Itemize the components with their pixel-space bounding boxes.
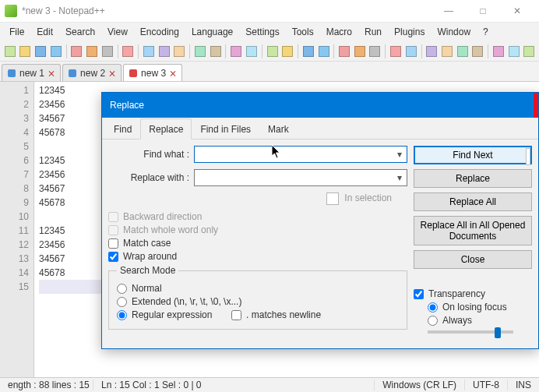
saved-icon [68, 69, 77, 78]
find-icon[interactable] [209, 44, 223, 58]
replace-icon[interactable] [229, 44, 243, 58]
replace-all-button[interactable]: Replace All [414, 192, 532, 211]
undo-icon[interactable] [173, 44, 187, 58]
find-next-button[interactable]: Find Next [414, 146, 532, 164]
transparency-always[interactable]: Always [428, 315, 532, 326]
window-title: *new 3 - Notepad++ [22, 5, 432, 16]
menu-window[interactable]: Window [431, 24, 477, 40]
zoom-out-icon[interactable] [266, 44, 280, 58]
search-mode-legend: Search Mode [117, 265, 178, 276]
toolbar-separator [189, 44, 190, 58]
monitor-icon[interactable] [456, 44, 470, 58]
dialog-tab-find[interactable]: Find [105, 118, 140, 139]
close-dialog-button[interactable]: Close [414, 250, 532, 269]
record-icon[interactable] [471, 44, 485, 58]
zoom-in-icon[interactable] [245, 44, 259, 58]
menu-settings[interactable]: Settings [239, 24, 285, 40]
doc-list-icon[interactable] [404, 44, 418, 58]
save-icon[interactable] [33, 44, 48, 58]
search-mode-regex[interactable]: Regular expression . matches newline [117, 309, 399, 320]
replace-with-label: Replace with : [108, 172, 194, 183]
dialog-tab-find-in-files[interactable]: Find in Files [192, 118, 259, 139]
menu-search[interactable]: Search [59, 24, 101, 40]
doc-tab-new-3[interactable]: new 3⨯ [123, 64, 182, 81]
find-what-label: Find what : [108, 149, 194, 160]
menu-language[interactable]: Language [185, 24, 239, 40]
menu-run[interactable]: Run [358, 24, 388, 40]
close-button[interactable]: ✕ [500, 0, 534, 23]
menu-[interactable]: ? [477, 24, 495, 40]
dot-matches-newline-checkbox[interactable] [231, 310, 241, 320]
line-number: 8 [0, 182, 29, 196]
close-tab-icon[interactable]: ⨯ [108, 68, 116, 79]
sync-v-icon[interactable] [280, 44, 294, 58]
open-file-icon[interactable] [19, 44, 33, 58]
folder-workspace-icon[interactable] [440, 44, 454, 58]
save-all-icon[interactable] [49, 44, 63, 58]
menu-encoding[interactable]: Encoding [134, 24, 185, 40]
replace-with-input[interactable] [194, 169, 407, 186]
run-multiple-icon[interactable] [523, 44, 537, 58]
stop-record-icon[interactable] [491, 44, 506, 58]
transparency-checkbox[interactable]: Transparency [414, 288, 532, 299]
paste-icon[interactable] [157, 44, 171, 58]
line-number: 14 [0, 266, 29, 280]
dialog-tab-mark[interactable]: Mark [259, 118, 298, 139]
close-tab-icon[interactable]: ⨯ [48, 68, 55, 79]
word-wrap-icon[interactable] [317, 44, 331, 58]
menu-file[interactable]: File [3, 24, 30, 40]
svg-rect-2 [129, 69, 137, 77]
transparency-on-losing-focus[interactable]: On losing focus [428, 302, 532, 313]
func-list-icon[interactable] [425, 44, 439, 58]
print-icon[interactable] [100, 44, 114, 58]
udldef-icon[interactable] [368, 44, 382, 58]
show-all-icon[interactable] [337, 44, 351, 58]
line-number: 1 [0, 83, 29, 97]
dialog-title-bar[interactable]: Replace [102, 93, 538, 118]
replace-all-in-all-button[interactable]: Replace All in All Opened Documents [414, 216, 532, 245]
dialog-title: Replace [110, 100, 144, 111]
play-icon[interactable] [507, 44, 521, 58]
unsaved-icon [129, 69, 138, 78]
close-tab-icon[interactable]: ⨯ [169, 68, 177, 79]
menu-view[interactable]: View [101, 24, 134, 40]
maximize-button[interactable]: □ [466, 0, 500, 23]
dialog-tab-replace[interactable]: Replace [140, 118, 192, 139]
backward-direction-checkbox[interactable]: Backward direction [108, 211, 407, 222]
find-what-input[interactable] [194, 146, 407, 163]
close-all-icon[interactable] [85, 44, 99, 58]
indent-guide-icon[interactable] [353, 44, 367, 58]
menu-edit[interactable]: Edit [30, 24, 59, 40]
sync-h-icon[interactable] [301, 44, 315, 58]
close-icon[interactable] [70, 44, 84, 58]
wrap-around-checkbox[interactable]: Wrap around [108, 251, 407, 262]
title-bar: *new 3 - Notepad++ — □ ✕ [0, 0, 539, 23]
toolbar-separator [488, 44, 488, 58]
replace-button[interactable]: Replace [414, 169, 532, 188]
doc-tab-label: new 2 [80, 68, 105, 79]
dialog-tabs: FindReplaceFind in FilesMark [102, 118, 538, 139]
line-number: 4 [0, 125, 29, 139]
doc-tab-new-1[interactable]: new 1⨯ [2, 64, 61, 81]
cut-icon[interactable] [122, 44, 136, 58]
menu-plugins[interactable]: Plugins [388, 24, 431, 40]
search-mode-extended[interactable]: Extended (\n, \r, \t, \0, \x...) [117, 296, 399, 307]
menu-macro[interactable]: Macro [320, 24, 358, 40]
doc-tab-new-2[interactable]: new 2⨯ [62, 64, 122, 81]
find-direction-checkbox[interactable] [526, 148, 530, 165]
in-selection-checkbox[interactable] [326, 192, 339, 205]
menu-tools[interactable]: Tools [286, 24, 320, 40]
doc-tab-label: new 1 [19, 68, 44, 79]
toolbar-separator [138, 44, 139, 58]
redo-icon[interactable] [193, 44, 207, 58]
dialog-close-button[interactable] [534, 93, 538, 118]
copy-icon[interactable] [142, 44, 156, 58]
match-whole-word-checkbox[interactable]: Match whole word only [108, 224, 407, 235]
new-file-icon[interactable] [3, 44, 17, 58]
minimize-button[interactable]: — [432, 0, 466, 23]
transparency-slider[interactable] [428, 330, 513, 334]
doc-map-icon[interactable] [389, 44, 403, 58]
search-mode-normal[interactable]: Normal [117, 283, 399, 294]
toolbar-separator [421, 44, 422, 58]
match-case-checkbox[interactable]: Match case [108, 238, 407, 249]
